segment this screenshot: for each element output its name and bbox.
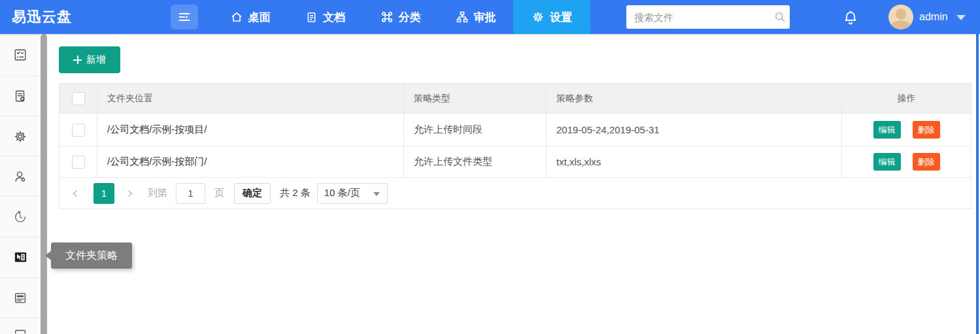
nav-label: 桌面 bbox=[248, 10, 271, 25]
menu-fold-icon bbox=[177, 10, 192, 24]
document-icon bbox=[305, 11, 318, 24]
username-label[interactable]: admin bbox=[919, 0, 948, 34]
nav-item-categories[interactable]: 分类 bbox=[363, 0, 438, 34]
avatar-head bbox=[896, 8, 906, 20]
category-icon bbox=[380, 10, 394, 24]
sidebar-item-folder-policy[interactable] bbox=[0, 237, 41, 278]
table-header-row: 文件夹位置 策略类型 策略参数 操作 bbox=[59, 84, 971, 113]
partial-bottom-icon bbox=[13, 327, 27, 334]
page-scrollbar[interactable] bbox=[976, 34, 979, 334]
nav-label: 审批 bbox=[474, 10, 496, 25]
header-checkbox-cell bbox=[59, 84, 97, 113]
checklist-icon bbox=[13, 48, 27, 62]
goto-page-label: 到第 bbox=[148, 187, 167, 199]
main-nav: 桌面 文档 分类 bbox=[212, 0, 590, 34]
delete-button[interactable]: 删除 bbox=[913, 121, 940, 139]
notification-bell-icon[interactable] bbox=[841, 8, 860, 27]
sidebar-item-user-permission[interactable] bbox=[0, 157, 41, 197]
policy-table: 文件夹位置 策略类型 策略参数 操作 /公司文档/示例-按项目/ 允许上传时间段… bbox=[59, 83, 972, 209]
gear-icon bbox=[532, 10, 545, 24]
edit-button[interactable]: 编辑 bbox=[873, 121, 901, 139]
cell-actions: 编辑 删除 bbox=[842, 146, 971, 177]
cell-type: 允许上传时间段 bbox=[404, 114, 547, 146]
column-header-folder: 文件夹位置 bbox=[97, 84, 404, 113]
column-header-actions: 操作 bbox=[842, 84, 971, 113]
user-avatar[interactable] bbox=[888, 5, 913, 29]
sidebar-scrollbar[interactable] bbox=[41, 34, 47, 334]
nav-item-desktop[interactable]: 桌面 bbox=[212, 0, 288, 34]
home-icon bbox=[230, 10, 243, 24]
goto-page-input[interactable] bbox=[176, 183, 205, 204]
folder-policy-icon bbox=[13, 250, 28, 265]
table-row: /公司文档/示例-按部门/ 允许上传文件类型 txt,xls,xlxs 编辑 删… bbox=[59, 146, 971, 177]
sidebar-item-tasks[interactable] bbox=[0, 34, 41, 76]
total-count-label: 共 2 条 bbox=[280, 187, 311, 199]
confirm-button[interactable]: 确定 bbox=[234, 183, 271, 204]
nav-item-settings[interactable]: 设置 bbox=[513, 0, 590, 34]
cell-folder: /公司文档/示例-按部门/ bbox=[97, 146, 404, 177]
cell-params: 2019-05-24,2019-05-31 bbox=[547, 114, 842, 146]
sidebar bbox=[0, 34, 41, 334]
add-button-label: 新增 bbox=[86, 54, 106, 66]
select-caret-icon bbox=[373, 192, 380, 196]
search-icon[interactable] bbox=[770, 10, 790, 24]
doc-settings-icon bbox=[13, 89, 27, 103]
user-dropdown-caret-icon[interactable] bbox=[956, 15, 966, 20]
row-checkbox-cell bbox=[59, 114, 97, 146]
prev-page-chevron-icon[interactable] bbox=[69, 183, 82, 204]
next-page-chevron-icon[interactable] bbox=[124, 183, 137, 204]
user-permission-icon bbox=[13, 169, 27, 184]
page-unit-label: 页 bbox=[214, 187, 224, 199]
gear-icon bbox=[13, 129, 27, 144]
search-box bbox=[626, 5, 790, 29]
pagination-bar: 1 到第 页 确定 共 2 条 10 条/页 bbox=[59, 177, 971, 209]
tooltip-text: 文件夹策略 bbox=[65, 250, 118, 261]
column-header-params: 策略参数 bbox=[547, 84, 842, 113]
search-input[interactable] bbox=[626, 12, 770, 23]
window-card-icon bbox=[13, 291, 27, 305]
nav-label: 设置 bbox=[550, 10, 572, 25]
row-checkbox[interactable] bbox=[72, 124, 85, 137]
current-page-button[interactable]: 1 bbox=[93, 183, 114, 204]
cell-folder: /公司文档/示例-按项目/ bbox=[97, 114, 404, 146]
folder-policy-tooltip: 文件夹策略 bbox=[51, 242, 132, 269]
plus-icon bbox=[73, 56, 82, 64]
select-all-checkbox[interactable] bbox=[72, 92, 85, 105]
page-size-value: 10 条/页 bbox=[324, 187, 360, 199]
nav-item-documents[interactable]: 文档 bbox=[288, 0, 363, 34]
nav-label: 文档 bbox=[323, 10, 345, 25]
delete-button[interactable]: 删除 bbox=[913, 153, 940, 171]
table-row: /公司文档/示例-按项目/ 允许上传时间段 2019-05-24,2019-05… bbox=[59, 113, 971, 146]
nav-item-approval[interactable]: 审批 bbox=[438, 0, 513, 34]
cell-actions: 编辑 删除 bbox=[842, 114, 971, 146]
sidebar-collapse-button[interactable] bbox=[171, 5, 198, 29]
approval-icon bbox=[456, 10, 469, 24]
topbar: 易迅云盘 桌面 bbox=[0, 0, 980, 34]
page-size-select[interactable]: 10 条/页 bbox=[317, 183, 388, 204]
cell-type: 允许上传文件类型 bbox=[404, 146, 547, 177]
sidebar-item-history[interactable] bbox=[0, 197, 41, 237]
row-checkbox[interactable] bbox=[72, 156, 85, 169]
sidebar-item-settings[interactable] bbox=[0, 116, 41, 157]
row-checkbox-cell bbox=[59, 146, 97, 177]
avatar-body bbox=[891, 20, 911, 29]
nav-label: 分类 bbox=[399, 10, 421, 25]
edit-button[interactable]: 编辑 bbox=[873, 153, 901, 171]
sidebar-item-partial[interactable] bbox=[0, 318, 41, 334]
sidebar-item-window-card[interactable] bbox=[0, 278, 41, 318]
sidebar-item-doc-settings[interactable] bbox=[0, 76, 41, 116]
app-logo: 易迅云盘 bbox=[12, 0, 72, 34]
add-button[interactable]: 新增 bbox=[59, 46, 120, 73]
cell-params: txt,xls,xlxs bbox=[547, 146, 842, 177]
column-header-type: 策略类型 bbox=[404, 84, 547, 113]
history-icon bbox=[13, 210, 27, 224]
